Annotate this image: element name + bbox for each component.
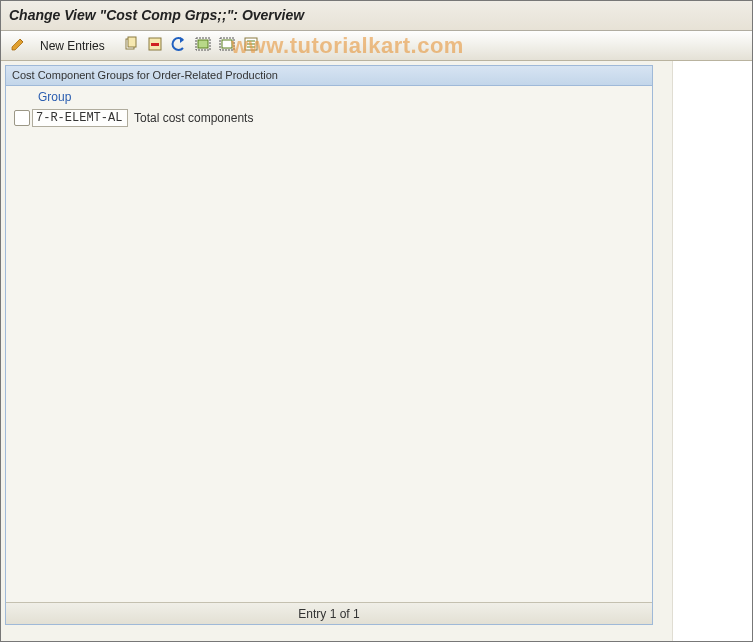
table-row: Total cost components xyxy=(6,108,652,128)
column-header-group: Group xyxy=(6,86,652,108)
group-description: Total cost components xyxy=(130,111,253,125)
main-panel: Cost Component Groups for Order-Related … xyxy=(5,65,653,625)
right-gutter xyxy=(672,61,752,641)
svg-rect-1 xyxy=(128,37,136,47)
page-title: Change View "Cost Comp Grps;;": Overview xyxy=(9,7,304,23)
deselect-all-button[interactable] xyxy=(216,35,238,57)
title-bar: Change View "Cost Comp Grps;;": Overview xyxy=(1,1,752,31)
new-entries-label: New Entries xyxy=(40,39,105,53)
select-all-button[interactable] xyxy=(192,35,214,57)
pencil-icon xyxy=(10,36,26,55)
watermark: www.tutorialkart.com xyxy=(231,33,464,59)
delete-icon xyxy=(147,36,163,55)
copy-icon xyxy=(123,36,139,55)
group-code-input[interactable] xyxy=(32,109,128,127)
edit-button[interactable] xyxy=(7,35,29,57)
svg-rect-3 xyxy=(151,43,159,46)
pagination-status: Entry 1 of 1 xyxy=(6,602,652,624)
undo-icon xyxy=(171,36,187,55)
svg-rect-7 xyxy=(222,40,232,48)
row-select-checkbox[interactable] xyxy=(14,110,30,126)
toolbar: New Entries www.tutorialkart.com xyxy=(1,31,752,61)
delete-button[interactable] xyxy=(144,35,166,57)
svg-rect-5 xyxy=(198,40,208,48)
select-all-icon xyxy=(195,36,211,55)
configure-button[interactable] xyxy=(240,35,262,57)
panel-header: Cost Component Groups for Order-Related … xyxy=(6,66,652,86)
configure-icon xyxy=(243,36,259,55)
deselect-all-icon xyxy=(219,36,235,55)
undo-button[interactable] xyxy=(168,35,190,57)
table-area: Group Total cost components xyxy=(6,86,652,602)
content-area: Cost Component Groups for Order-Related … xyxy=(1,61,752,641)
copy-button[interactable] xyxy=(120,35,142,57)
new-entries-button[interactable]: New Entries xyxy=(31,35,114,57)
